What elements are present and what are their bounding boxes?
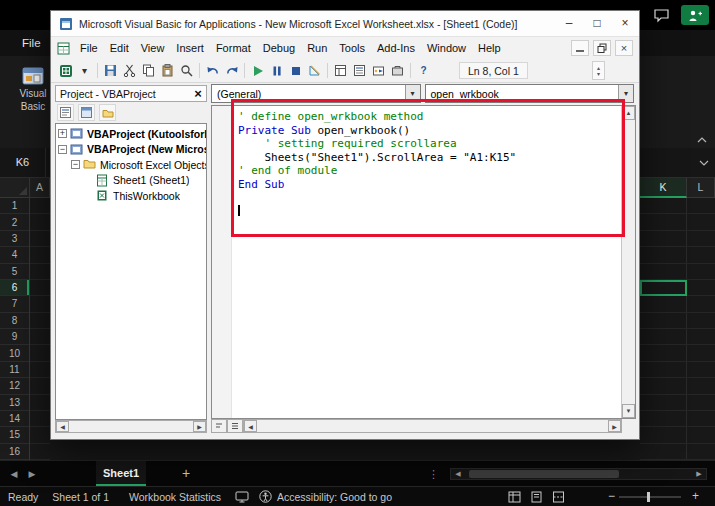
grid-cell-K14[interactable] — [640, 411, 687, 426]
grid-cell[interactable] — [30, 345, 50, 361]
grid-cell-L3[interactable] — [687, 231, 715, 246]
scroll-track[interactable] — [69, 421, 193, 432]
save-icon[interactable] — [101, 61, 120, 80]
grid-cell[interactable] — [30, 280, 50, 296]
row-header-3[interactable]: 3 — [0, 231, 29, 247]
menu-file[interactable]: File — [74, 37, 104, 59]
tree-expander-icon[interactable]: − — [71, 160, 80, 169]
row-header-14[interactable]: 14 — [0, 411, 29, 427]
grid-cell-K3[interactable] — [640, 231, 687, 246]
view-code-icon[interactable] — [57, 104, 74, 121]
menu-tools[interactable]: Tools — [333, 37, 371, 59]
sheet-tab-sheet1[interactable]: Sheet1 — [96, 461, 146, 486]
grid-cell-K8[interactable] — [640, 313, 687, 328]
code-editor[interactable]: ' define open_wrkbook methodPrivate Sub … — [211, 105, 636, 419]
menu-window[interactable]: Window — [421, 37, 472, 59]
grid-cell-K13[interactable] — [640, 395, 687, 410]
copy-icon[interactable] — [139, 61, 158, 80]
code-line[interactable]: ' define open_wrkbook method — [238, 110, 619, 124]
grid-cell-L1[interactable] — [687, 198, 715, 213]
column-header-L[interactable]: L — [687, 178, 715, 198]
grid-cell-K7[interactable] — [640, 296, 687, 311]
grid-cell-L2[interactable] — [687, 214, 715, 229]
tree-item[interactable]: ThisWorkbook — [56, 188, 206, 204]
grid-cell[interactable] — [30, 444, 50, 460]
grid-cell-K5[interactable] — [640, 264, 687, 279]
zoom-slider-thumb[interactable] — [647, 492, 650, 502]
code-line[interactable] — [238, 191, 619, 205]
scroll-down-icon[interactable]: ▼ — [622, 404, 635, 418]
zoom-out-button[interactable]: − — [608, 487, 615, 506]
grid-cell-K15[interactable] — [640, 427, 687, 442]
row-header-9[interactable]: 9 — [0, 329, 29, 345]
code-line[interactable]: ' setting required scrollarea — [238, 137, 619, 151]
scroll-thumb[interactable] — [469, 470, 619, 478]
project-panel-close-icon[interactable]: × — [190, 86, 206, 101]
menu-addins[interactable]: Add-Ins — [371, 37, 421, 59]
row-header-4[interactable]: 4 — [0, 247, 29, 263]
code-window-restore-icon[interactable] — [593, 40, 611, 56]
grid-cell[interactable] — [30, 427, 50, 443]
run-icon[interactable] — [248, 61, 267, 80]
properties-window-icon[interactable] — [350, 61, 369, 80]
paste-icon[interactable] — [158, 61, 177, 80]
menu-edit[interactable]: Edit — [104, 37, 135, 59]
code-horizontal-scrollbar[interactable]: ◀ ▶ — [243, 419, 622, 433]
minimize-button[interactable]: – — [555, 11, 583, 37]
project-explorer-icon[interactable] — [331, 61, 350, 80]
full-module-view-icon[interactable] — [227, 419, 243, 433]
menu-debug[interactable]: Debug — [257, 37, 301, 59]
grid-cell-L5[interactable] — [687, 264, 715, 279]
menu-help[interactable]: Help — [472, 37, 507, 59]
menu-run[interactable]: Run — [301, 37, 333, 59]
name-box[interactable]: K6 — [0, 148, 46, 177]
grid-cell-K1[interactable] — [640, 198, 687, 213]
view-object-icon[interactable] — [78, 104, 95, 121]
code-line[interactable]: Sheets("Sheet1").ScrollArea = "A1:K15" — [238, 151, 619, 165]
code-line[interactable]: Private Sub open_wrkbook() — [238, 124, 619, 138]
tree-item[interactable]: −Microsoft Excel Objects — [56, 157, 206, 173]
code-text[interactable]: ' define open_wrkbook methodPrivate Sub … — [238, 110, 619, 218]
grid-cell[interactable] — [30, 214, 50, 230]
column-header-A[interactable]: A — [30, 178, 50, 198]
grid-cell[interactable] — [30, 329, 50, 345]
code-line[interactable]: End Sub — [238, 178, 619, 192]
toggle-folders-icon[interactable] — [99, 104, 116, 121]
grid-cell-L6[interactable] — [687, 280, 715, 295]
zoom-slider[interactable] — [619, 496, 681, 498]
tree-item[interactable]: −VBAProject (New Microsoft — [56, 142, 206, 158]
procedure-dropdown[interactable]: open_wrkbook ▾ — [425, 84, 635, 103]
vba-titlebar[interactable]: Microsoft Visual Basic for Applications … — [51, 11, 639, 37]
horizontal-scrollbar[interactable]: ◀ ▶ — [450, 468, 707, 480]
object-dropdown[interactable]: (General) ▾ — [211, 84, 421, 103]
scroll-right-icon[interactable]: ▶ — [692, 469, 706, 479]
normal-view-button[interactable] — [508, 491, 521, 503]
code-vertical-scrollbar[interactable]: ▲ ▼ — [621, 106, 635, 418]
scroll-track[interactable] — [257, 420, 608, 432]
undo-icon[interactable] — [203, 61, 222, 80]
grid-cell-L16[interactable] — [687, 444, 715, 459]
scroll-up-icon[interactable]: ▲ — [622, 106, 635, 120]
cut-icon[interactable] — [120, 61, 139, 80]
display-settings-icon[interactable] — [235, 491, 249, 503]
menu-format[interactable]: Format — [210, 37, 257, 59]
break-icon[interactable] — [267, 61, 286, 80]
row-header-6[interactable]: 6 — [0, 280, 29, 296]
scroll-left-icon[interactable]: ◀ — [244, 420, 257, 432]
grid-cell[interactable] — [30, 231, 50, 247]
close-button[interactable]: × — [611, 11, 639, 37]
grid-cell[interactable] — [30, 378, 50, 394]
code-line[interactable]: ' end of module — [238, 164, 619, 178]
scroll-left-icon[interactable]: ◀ — [56, 421, 69, 432]
grid-cell[interactable] — [30, 198, 50, 214]
design-mode-icon[interactable] — [305, 61, 324, 80]
page-layout-view-button[interactable] — [530, 491, 543, 503]
view-excel-dropdown-icon[interactable]: ▾ — [75, 61, 94, 80]
select-all-corner[interactable] — [0, 178, 30, 198]
procedure-view-icon[interactable] — [211, 419, 227, 433]
excel-grid-right[interactable] — [640, 198, 715, 460]
share-button[interactable] — [681, 5, 709, 25]
row-header-7[interactable]: 7 — [0, 296, 29, 312]
chevron-down-icon[interactable]: ▾ — [618, 85, 633, 102]
code-window-close-icon[interactable]: × — [615, 40, 633, 56]
